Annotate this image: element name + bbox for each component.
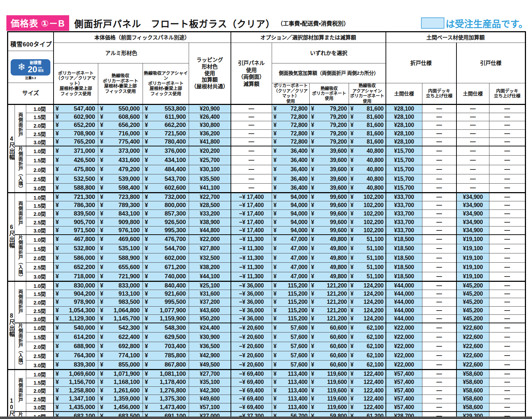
orido-doma-add-cell: ¥28,100 [386, 138, 422, 146]
orido-deck-add-cell: — [422, 378, 456, 387]
orido-deck-add-cell: — [422, 370, 456, 378]
body-price-cell: ¥995,500 [143, 298, 189, 307]
vent-window-add-cell: ¥49,800 [310, 253, 349, 263]
wrapping-add-cell: ¥22,700 [189, 193, 231, 201]
table-row: 1.5間¥532,800¥535,100¥544,700¥27,800−¥ 11… [8, 244, 526, 253]
price-table-number-badge: 価格表 ①－B [6, 15, 69, 31]
orido-doma-add-cell: ¥22,000 [386, 351, 422, 360]
vent-window-add-cell: ¥49,800 [310, 272, 349, 281]
size-cell: 2.0間 [26, 386, 54, 395]
hikido-panel-discount-cell: −¥ 17,400 [231, 201, 272, 210]
body-price-cell: ¥475,800 [54, 165, 98, 174]
orido-doma-add-cell: ¥22,000 [386, 333, 422, 342]
hikido-panel-discount-cell: −¥ 20,600 [231, 342, 272, 351]
vent-window-add-cell: ¥121,200 [310, 281, 349, 290]
orido-doma-add-cell: ¥15,700 [386, 184, 422, 193]
size-cell: 1.5間 [26, 333, 54, 342]
door-type-label: 両側面折戸 [15, 193, 26, 235]
body-price-cell: ¥904,200 [54, 290, 98, 298]
hikido-deck-add-cell: — [489, 370, 526, 378]
header-orido-spec: 折戸仕様 [386, 43, 456, 83]
vent-window-add-cell: ¥115,200 [272, 281, 310, 290]
hikido-doma-add-cell: ¥58,600 [456, 403, 489, 412]
size-cell: 1.5間 [26, 156, 54, 165]
wrapping-add-cell: ¥44,100 [189, 272, 231, 281]
wrapping-add-cell: ¥37,200 [189, 298, 231, 307]
header-hikido-deck: 内面デッキ 立ち上げ仕様 [489, 83, 526, 105]
body-price-cell: ¥652,200 [54, 121, 98, 130]
hikido-deck-add-cell: — [489, 361, 526, 370]
table-row: 1.5間¥904,200¥913,100¥921,600¥31,600−¥ 36… [8, 290, 526, 298]
hikido-doma-add-cell: — [456, 174, 489, 183]
hikido-doma-add-cell: — [456, 156, 489, 165]
orido-doma-add-cell: ¥22,000 [386, 342, 422, 351]
orido-deck-add-cell: — [422, 165, 456, 174]
hikido-panel-discount-cell: −¥ 20,600 [231, 323, 272, 332]
size-cell: 2.5間 [26, 306, 54, 315]
body-price-cell: ¥543,700 [143, 174, 189, 183]
vent-window-add-cell: ¥60,600 [310, 333, 349, 342]
body-price-cell: ¥718,000 [54, 272, 98, 281]
body-price-cell: ¥588,900 [98, 253, 143, 263]
vent-window-add-cell: ¥60,600 [310, 361, 349, 370]
orido-deck-add-cell: — [422, 156, 456, 165]
wrapping-add-cell: ¥35,500 [189, 174, 231, 183]
orido-doma-add-cell: ¥18,500 [386, 253, 422, 263]
hikido-panel-discount-cell: −¥ 69,400 [231, 370, 272, 378]
depth-group-label: 8尺出幅 [8, 281, 15, 369]
header-doma-base: 土間ベース材使用加算額 [386, 32, 526, 43]
body-price-cell: ¥1,359,000 [98, 395, 143, 403]
body-price-cell: ¥662,200 [143, 121, 189, 130]
vent-window-add-cell: ¥51,100 [349, 235, 386, 244]
vent-window-add-cell: ¥62,100 [349, 323, 386, 332]
size-cell: 2.5間 [26, 218, 54, 227]
table-row: 2.0間¥1,258,800¥1,261,600¥1,276,800¥42,30… [8, 386, 526, 395]
body-price-cell: ¥614,200 [54, 333, 98, 342]
hikido-doma-add-cell: ¥58,600 [456, 370, 489, 378]
hikido-deck-add-cell: — [489, 201, 526, 210]
table-header: 積雪600タイプ ❄ 耐積雪 20 cm 相当 [8, 32, 526, 105]
orido-deck-add-cell: — [422, 184, 456, 193]
table-row: 1.5間¥1,156,700¥1,168,100¥1,178,400¥35,10… [8, 378, 526, 387]
vent-window-add-cell: ¥72,800 [272, 105, 310, 113]
snowflake-icon: ❄ [18, 62, 26, 72]
wrapping-add-cell: ¥43,600 [189, 306, 231, 315]
page-title: 側面折戸パネル フロート板ガラス（クリア） [74, 17, 275, 30]
size-cell: 2.0間 [26, 253, 54, 263]
table-row: 1.5間¥426,500¥431,600¥434,100¥25,700—¥36,… [8, 156, 526, 165]
body-price-cell: ¥540,000 [54, 323, 98, 332]
body-price-cell: ¥913,100 [98, 290, 143, 298]
hikido-panel-discount-cell: −¥ 11,300 [231, 263, 272, 272]
vent-window-add-cell: ¥113,400 [272, 378, 310, 387]
size-cell: 2.5間 [26, 351, 54, 360]
vent-window-add-cell: ¥119,600 [310, 403, 349, 412]
vent-window-add-cell: ¥72,800 [272, 138, 310, 146]
vent-window-add-cell: ¥99,600 [310, 193, 349, 201]
hikido-deck-add-cell: — [489, 218, 526, 227]
table-row: 1.5間¥602,900¥608,600¥611,900¥26,400—¥72,… [8, 113, 526, 121]
vent-window-add-cell: ¥47,000 [272, 272, 310, 281]
vent-window-add-cell: ¥36,400 [272, 184, 310, 193]
made-to-order-legend-text: は受注生産品です。 [446, 17, 528, 30]
body-price-cell: ¥535,100 [98, 244, 143, 253]
hikido-doma-add-cell: ¥45,200 [456, 290, 489, 298]
header-kanki-title: 側面換気窓加算額（両側面折戸 両側2カ所分） [272, 63, 386, 83]
vent-window-add-cell: ¥36,400 [272, 165, 310, 174]
vent-window-add-cell: ¥115,200 [272, 315, 310, 323]
orido-doma-add-cell: ¥15,700 [386, 146, 422, 155]
body-price-cell: ¥764,300 [54, 351, 98, 360]
body-price-cell: ¥978,900 [54, 298, 98, 307]
table-row: 片側面折戸（入隅）1.0間¥540,000¥542,300¥548,300¥24… [8, 323, 526, 332]
wrapping-add-cell: ¥36,200 [189, 129, 231, 138]
hikido-panel-discount-cell: — [231, 105, 272, 113]
hikido-deck-add-cell: — [489, 156, 526, 165]
hikido-panel-discount-cell: −¥ 17,400 [231, 193, 272, 201]
vent-window-add-cell: ¥51,100 [349, 253, 386, 263]
vent-window-add-cell: ¥122,400 [349, 403, 386, 412]
vent-window-add-cell: ¥79,200 [310, 138, 349, 146]
vent-window-add-cell: ¥122,400 [349, 378, 386, 387]
wrapping-add-cell: ¥42,300 [189, 386, 231, 395]
body-price-cell: ¥1,145,700 [98, 315, 143, 323]
body-price-cell: ¥476,700 [143, 235, 189, 244]
size-cell: 2.0間 [26, 121, 54, 130]
